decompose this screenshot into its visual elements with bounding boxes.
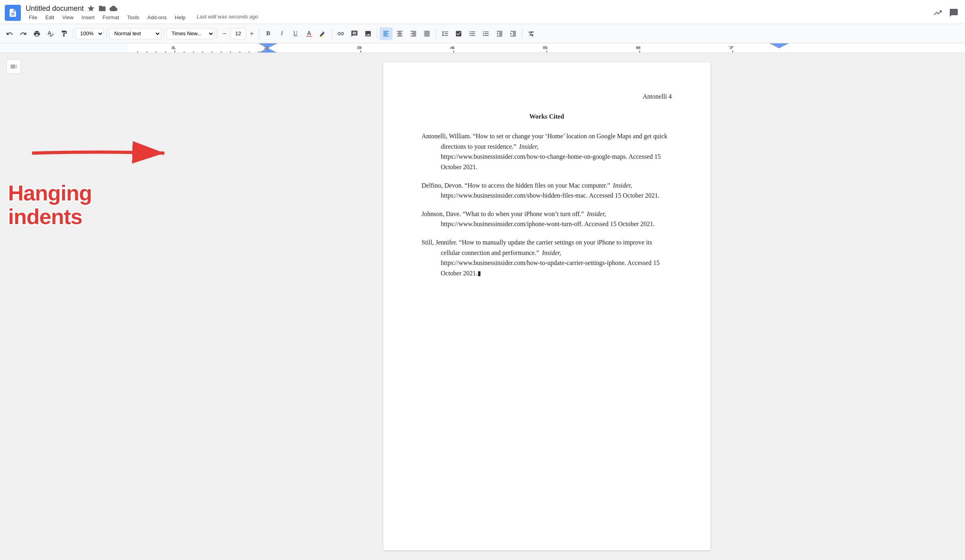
- document-page[interactable]: Antonelli 4 Works Cited Antonelli, Willi…: [383, 63, 710, 550]
- ruler-container: 1 2 3 4 5 6 7: [0, 43, 965, 53]
- page-number: Antonelli 4: [422, 91, 672, 102]
- paint-format-button[interactable]: [58, 27, 71, 40]
- sep3: [164, 29, 164, 38]
- menu-edit[interactable]: Edit: [42, 14, 57, 21]
- align-left-button[interactable]: [380, 27, 392, 40]
- title-bar: Untitled document File Edit View Insert …: [0, 0, 965, 24]
- align-center-button[interactable]: [393, 27, 406, 40]
- citation-1-line4: October 2021.: [422, 162, 672, 172]
- line-spacing-button[interactable]: [439, 27, 451, 40]
- citation-4: Still, Jennifer. “How to manually update…: [422, 237, 672, 278]
- link-button[interactable]: [334, 27, 347, 40]
- works-cited-title: Works Cited: [422, 111, 672, 122]
- add-comment-button[interactable]: [348, 27, 361, 40]
- sep2: [106, 29, 107, 38]
- star-icon[interactable]: [87, 4, 95, 12]
- svg-text:6: 6: [636, 46, 641, 50]
- main-area: Hanging indents Antonelli 4 Works Cited …: [0, 53, 965, 560]
- outline-button[interactable]: [6, 59, 21, 74]
- indent-decrease-button[interactable]: [493, 27, 506, 40]
- hanging-indents-line2: indents: [8, 204, 82, 228]
- indent-increase-button[interactable]: [507, 27, 520, 40]
- last-edit-status: Last edit was seconds ago: [197, 14, 258, 21]
- svg-text:1: 1: [171, 46, 176, 50]
- cloud-icon[interactable]: [109, 4, 117, 12]
- highlight-color-button[interactable]: [316, 27, 329, 40]
- citation-1-line1: Antonelli, William. “How to set or chang…: [422, 131, 672, 142]
- insert-image-button[interactable]: [362, 27, 374, 40]
- print-button[interactable]: [30, 27, 43, 40]
- arrow-annotation: [24, 137, 184, 169]
- citation-2-line1: Delfino, Devon. “How to access the hidde…: [422, 180, 672, 191]
- bold-button[interactable]: B: [262, 27, 275, 40]
- citation-4-line1: Still, Jennifer. “How to manually update…: [422, 237, 672, 248]
- svg-text:7: 7: [729, 46, 734, 50]
- citation-2-line2: https://www.businessinsider.com/show-hid…: [422, 190, 672, 201]
- sep9: [522, 29, 522, 38]
- menu-format[interactable]: Format: [99, 14, 122, 21]
- sidebar: Hanging indents: [0, 53, 128, 560]
- zoom-select[interactable]: 100%: [76, 28, 104, 39]
- citation-4-line2: cellular connection and performance.” In…: [422, 248, 672, 258]
- title-area: Untitled document File Edit View Insert …: [26, 4, 933, 21]
- svg-rect-0: [306, 36, 312, 37]
- menu-help[interactable]: Help: [172, 14, 189, 21]
- menu-addons[interactable]: Add-ons: [144, 14, 170, 21]
- comment-icon[interactable]: [949, 8, 959, 18]
- justify-button[interactable]: [421, 27, 433, 40]
- font-select[interactable]: Times New...: [166, 28, 214, 39]
- citation-1: Antonelli, William. “How to set or chang…: [422, 131, 672, 172]
- underline-button[interactable]: U: [289, 27, 302, 40]
- citation-4-line3: https://www.businessinsider.com/how-to-u…: [422, 258, 672, 268]
- folder-icon[interactable]: [98, 4, 106, 12]
- ruler-svg: 1 2 3 4 5 6 7: [128, 43, 965, 53]
- ruler-main: 1 2 3 4 5 6 7: [128, 43, 965, 53]
- document-area: Antonelli 4 Works Cited Antonelli, Willi…: [128, 53, 965, 560]
- menu-bar: File Edit View Insert Format Tools Add-o…: [26, 14, 933, 21]
- sep1: [73, 29, 73, 38]
- menu-file[interactable]: File: [26, 14, 40, 21]
- citation-3-line2: https://www.businessinsider.com/iphone-w…: [422, 219, 672, 229]
- checklist-button[interactable]: [452, 27, 465, 40]
- doc-icon-svg: [8, 8, 18, 18]
- sep8: [436, 29, 436, 38]
- svg-text:3: 3: [357, 46, 362, 50]
- doc-icon: [5, 5, 21, 21]
- menu-insert[interactable]: Insert: [78, 14, 98, 21]
- trend-icon[interactable]: [933, 8, 943, 18]
- citation-3-line1: Johnson, Dave. “What to do when your iPh…: [422, 209, 672, 219]
- sep7: [377, 29, 377, 38]
- italic-button[interactable]: I: [275, 27, 288, 40]
- align-right-button[interactable]: [407, 27, 420, 40]
- menu-tools[interactable]: Tools: [124, 14, 142, 21]
- clear-formatting-button[interactable]: [525, 27, 538, 40]
- sep5: [259, 29, 259, 38]
- outline-icon: [10, 63, 18, 71]
- style-select[interactable]: Normal text: [109, 28, 161, 39]
- font-size-decrease-button[interactable]: −: [220, 28, 229, 39]
- header-right: [933, 8, 959, 18]
- font-size-increase-button[interactable]: +: [247, 28, 257, 39]
- spellcheck-button[interactable]: [44, 27, 57, 40]
- unordered-list-button[interactable]: [466, 27, 479, 40]
- ruler-left: [0, 43, 128, 53]
- redo-button[interactable]: [17, 27, 30, 40]
- svg-rect-1: [320, 36, 324, 37]
- toolbar: 100% Normal text Times New... − + B I U: [0, 24, 965, 43]
- citation-4-line4: October 2021.▮: [422, 268, 672, 279]
- citation-1-line2: directions to your residence.” Insider,: [422, 142, 672, 152]
- citation-3: Johnson, Dave. “What to do when your iPh…: [422, 209, 672, 229]
- sep4: [217, 29, 217, 38]
- undo-button[interactable]: [3, 27, 16, 40]
- font-size-input[interactable]: [230, 28, 246, 39]
- hanging-indents-label: Hanging indents: [8, 181, 92, 229]
- sep6: [332, 29, 332, 38]
- text-color-button[interactable]: [303, 27, 316, 40]
- svg-text:4: 4: [450, 46, 455, 50]
- menu-view[interactable]: View: [59, 14, 77, 21]
- ordered-list-button[interactable]: [479, 27, 492, 40]
- doc-title[interactable]: Untitled document: [26, 4, 84, 13]
- svg-text:5: 5: [543, 46, 548, 50]
- citation-2: Delfino, Devon. “How to access the hidde…: [422, 180, 672, 201]
- hanging-indents-line1: Hanging: [8, 181, 92, 205]
